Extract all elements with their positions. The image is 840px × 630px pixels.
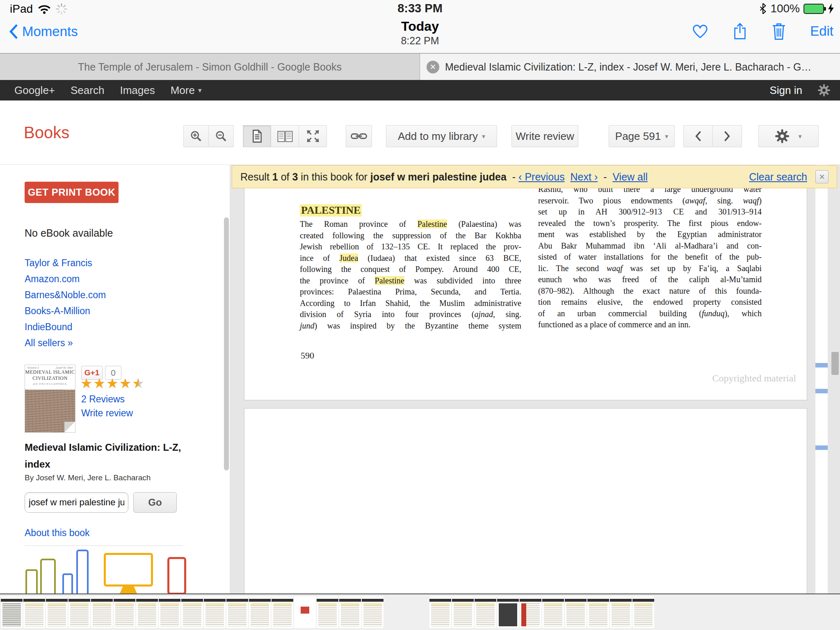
trash-button[interactable] (772, 22, 786, 40)
filmstrip-thumbnail[interactable] (136, 596, 158, 628)
filmstrip-thumbnail[interactable] (68, 596, 90, 628)
sidebar-scrollbar[interactable] (224, 217, 229, 470)
seller-link-indiebound[interactable]: IndieBound (25, 319, 106, 335)
filmstrip-thumbnail[interactable] (249, 596, 271, 628)
tab-temple-of-jerusalem[interactable]: The Temple of Jerusalem - Simon Goldhill… (0, 54, 420, 80)
filmstrip-thumbnail[interactable] (587, 596, 609, 628)
reviews-link[interactable]: 2 Reviews (81, 394, 125, 405)
filmstrip-thumbnail[interactable] (1, 596, 23, 628)
tab-medieval-islamic-civilization[interactable]: × Medieval Islamic Civilization: L-Z, in… (420, 54, 840, 80)
tablet-olive-shape (40, 559, 56, 593)
seller-links: Taylor & Francis Amazon.com Barnes&Noble… (25, 255, 106, 351)
nav-more[interactable]: More▾ (171, 84, 202, 97)
status-right: 100% (759, 2, 834, 15)
about-this-book-link[interactable]: About this book (25, 527, 90, 539)
filmstrip-thumbnail[interactable] (632, 596, 654, 628)
seller-link-all-sellers[interactable]: All sellers » (25, 335, 106, 351)
write-review-button[interactable]: Write review (511, 125, 578, 147)
chevron-down-icon: ▾ (665, 132, 668, 140)
filmstrip-thumbnail[interactable] (362, 596, 383, 628)
sign-in-link[interactable]: Sign in (770, 84, 803, 97)
filmstrip-thumbnail[interactable] (204, 596, 226, 628)
filmstrip-thumbnail[interactable] (114, 596, 135, 628)
search-highlight: Judea (340, 253, 358, 262)
page-select-dropdown[interactable]: Page 591 ▾ (609, 125, 675, 147)
nav-images[interactable]: Images (120, 84, 155, 97)
seller-link-amazon[interactable]: Amazon.com (25, 271, 106, 287)
filmstrip-thumbnail[interactable] (429, 596, 451, 628)
link-button[interactable] (346, 125, 372, 147)
fullscreen-button[interactable] (299, 125, 327, 147)
chevron-down-icon: ▾ (198, 86, 202, 95)
favorite-heart-button[interactable] (692, 24, 708, 39)
sidebar-divider (25, 546, 183, 546)
filmstrip-thumbnail[interactable] (475, 596, 496, 628)
charging-bolt-icon (828, 3, 834, 14)
settings-gear-button[interactable] (818, 84, 830, 96)
edit-button[interactable]: Edit (810, 23, 833, 39)
filmstrip-thumbnail[interactable] (610, 596, 632, 628)
filmstrip-thumbnail[interactable] (497, 596, 519, 628)
book-page-next (244, 408, 807, 593)
go-button[interactable]: Go (133, 492, 177, 513)
view-all-results-link[interactable]: View all (612, 171, 648, 183)
book-text-line: of an urban commercial building (funduq)… (538, 308, 762, 320)
content-region: GET PRINT BOOK No eBook available Taylor… (0, 165, 840, 593)
previous-result-link[interactable]: ‹ Previous (518, 171, 565, 183)
filmstrip-thumbnail[interactable] (339, 596, 361, 628)
zoom-in-button[interactable] (183, 125, 209, 147)
page-nav-group (683, 125, 742, 147)
filmstrip-thumbnail[interactable] (294, 596, 316, 628)
filmstrip-thumbnail[interactable] (159, 596, 180, 628)
link-group (346, 125, 372, 147)
add-to-library-button[interactable]: Add to my library ▾ (386, 125, 497, 147)
filmstrip-thumbnail[interactable] (272, 596, 293, 628)
zoom-out-button[interactable] (208, 125, 234, 147)
book-text-line: provinces: Palaestina Prima, Secunda, an… (300, 286, 521, 298)
filmstrip-thumbnail[interactable] (317, 596, 338, 628)
two-page-view-button[interactable] (271, 125, 299, 147)
tab-title: Medieval Islamic Civilization: L-Z, inde… (445, 61, 811, 73)
filmstrip-thumbnail[interactable] (181, 596, 203, 628)
close-tab-icon[interactable]: × (427, 61, 439, 73)
copyrighted-material-watermark: Copyrighted material (573, 373, 796, 384)
seller-link-taylor-francis[interactable]: Taylor & Francis (25, 255, 106, 271)
filmstrip-thumbnail[interactable] (91, 596, 113, 628)
book-text-line: set up in AH 300/912–913 CE and 301/913–… (538, 206, 762, 218)
book-text-line: Jewish rebellion of 132–135 CE. It repla… (300, 241, 521, 253)
page-scrollbar-thumb[interactable] (831, 352, 839, 375)
left-column-lines: The Roman province of Palestine (Palaest… (300, 219, 521, 331)
right-column: Rashid, who built there a large undergro… (538, 184, 762, 331)
filmstrip-thumbnail[interactable] (542, 596, 564, 628)
book-byline: By Josef W. Meri, Jere L. Bacharach (25, 473, 151, 482)
filmstrip-thumbnail[interactable] (520, 596, 541, 628)
book-cover-thumbnail[interactable]: Volume 2 Josef W. Meri Medieval Islamic … (25, 365, 75, 433)
seller-link-books-a-million[interactable]: Books-A-Million (25, 303, 106, 319)
filmstrip-thumbnail[interactable] (452, 596, 474, 628)
filmstrip-thumbnail[interactable] (226, 596, 248, 628)
single-page-view-button[interactable] (243, 125, 271, 147)
monitor-yellow-shape (104, 553, 153, 587)
filmstrip-thumbnail[interactable] (565, 596, 587, 628)
seller-link-barnes-noble[interactable]: Barnes&Noble.com (25, 287, 106, 303)
write-review-link[interactable]: Write review (81, 408, 133, 419)
tablet-blue-shape (76, 550, 89, 593)
previous-page-button[interactable] (683, 125, 713, 147)
close-search-bar-button[interactable]: × (815, 170, 829, 183)
nav-search[interactable]: Search (71, 84, 104, 97)
next-result-link[interactable]: Next › (571, 171, 598, 183)
cover-title-line2: Civilization (25, 375, 75, 381)
share-button[interactable] (732, 22, 748, 40)
entry-heading: PALESTINE (300, 204, 362, 217)
viewer-settings-button[interactable]: ▾ (758, 125, 819, 147)
search-in-book-input[interactable] (25, 492, 128, 513)
clear-search-link[interactable]: Clear search (749, 171, 807, 183)
bluetooth-icon (759, 3, 767, 14)
nav-google-plus[interactable]: Google+ (14, 84, 55, 97)
get-print-book-button[interactable]: GET PRINT BOOK (25, 182, 119, 203)
next-page-button[interactable] (712, 125, 742, 147)
filmstrip-thumbnail[interactable] (46, 596, 68, 628)
filmstrip-thumbnail[interactable] (23, 596, 45, 628)
cover-meta-left: Volume 2 (27, 366, 39, 369)
search-highlight: Palestine (375, 276, 404, 285)
